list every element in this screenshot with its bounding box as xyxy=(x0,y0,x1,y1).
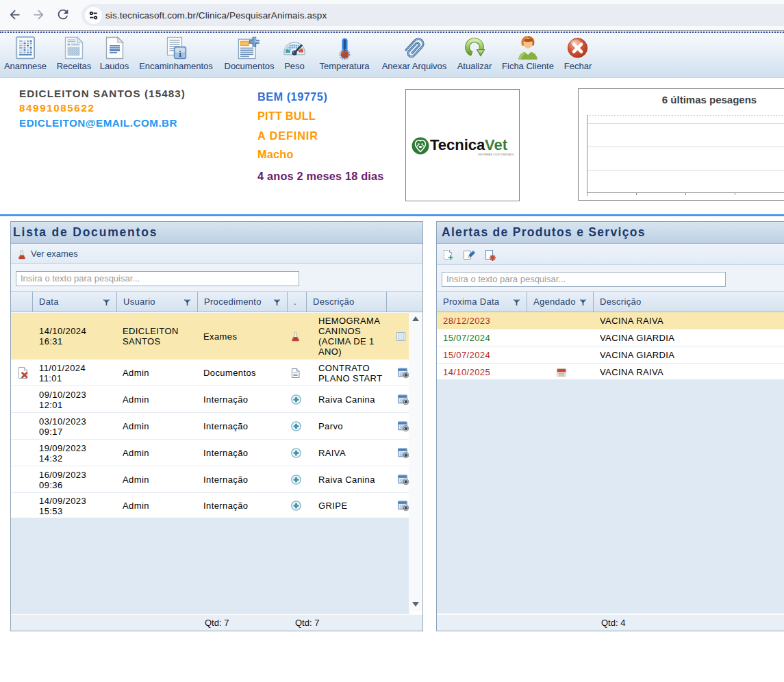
svg-text:Tecnica: Tecnica xyxy=(430,136,485,153)
svg-text:i: i xyxy=(179,49,181,59)
svg-text:Vet: Vet xyxy=(485,136,508,153)
svg-text:SISTEMAS CUSTOMIZADOS: SISTEMAS CUSTOMIZADOS xyxy=(478,153,514,156)
